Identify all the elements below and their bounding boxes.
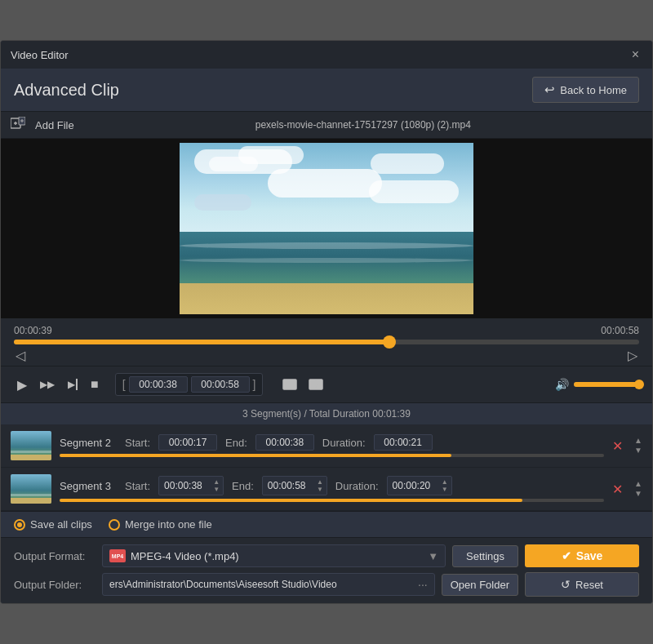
seek-marker-left-icon: ◁ bbox=[16, 349, 25, 362]
output-format-row: Output Format: MP4 MPEG-4 Video (*.mp4) … bbox=[14, 544, 639, 567]
output-folder-row: Output Folder: ers\Administrator\Documen… bbox=[14, 572, 639, 597]
seek-time-end: 00:00:58 bbox=[601, 325, 639, 336]
segment-end-spin[interactable]: 00:00:58 ▲▼ bbox=[262, 476, 327, 495]
segment-sort-up-button[interactable]: ▲ bbox=[634, 437, 642, 445]
segment-sort-buttons: ▲ ▼ bbox=[634, 437, 642, 455]
file-name: pexels-movie-channet-17517297 (1080p) (2… bbox=[84, 119, 642, 131]
start-spin-arrows: ▲▼ bbox=[211, 478, 221, 493]
save-all-clips-option[interactable]: Save all clips bbox=[14, 518, 92, 531]
video-preview bbox=[180, 143, 473, 314]
segment-row2 bbox=[60, 499, 604, 502]
cloud-7 bbox=[194, 194, 251, 211]
segment-item: Segment 3 Start: 00:00:38 ▲▼ End: 00:00:… bbox=[1, 468, 652, 511]
segment-content: Segment 2 Start: 00:00:17 End: 00:00:38 … bbox=[60, 434, 604, 457]
merge-into-one-radio[interactable] bbox=[109, 519, 120, 531]
clip-icon-button[interactable] bbox=[279, 375, 300, 393]
segment-end-value: 00:00:38 bbox=[255, 434, 314, 451]
segments-info-text: 3 Segment(s) / Total Duration 00:01:39 bbox=[242, 408, 411, 420]
folder-path-display: ers\Administrator\Documents\Aiseesoft St… bbox=[102, 573, 435, 596]
volume-track[interactable] bbox=[574, 382, 639, 387]
time-range-group: [ ] bbox=[115, 373, 264, 396]
sand-layer bbox=[180, 283, 473, 314]
volume-fill bbox=[574, 382, 639, 387]
volume-thumb[interactable] bbox=[634, 380, 644, 389]
bracket-left: [ bbox=[122, 378, 126, 391]
format-select[interactable]: MP4 MPEG-4 Video (*.mp4) ▼ bbox=[102, 544, 446, 567]
header: Advanced Clip ↩ Back to Home bbox=[1, 69, 652, 111]
duration-spin-arrows: ▲▼ bbox=[440, 478, 450, 493]
seek-marker-right-icon: ▷ bbox=[628, 349, 637, 362]
segment-end-label: End: bbox=[232, 480, 254, 492]
play-button[interactable]: ▶ bbox=[14, 374, 30, 396]
right-actions: ✔ Save bbox=[525, 544, 639, 567]
seek-bar-area: 00:00:39 00:00:58 ◁ ▷ bbox=[1, 318, 652, 366]
segment-progress bbox=[60, 454, 604, 457]
step-forward-button[interactable]: ▶ bbox=[64, 375, 81, 393]
save-check-icon: ✔ bbox=[562, 549, 571, 562]
save-all-clips-radio[interactable] bbox=[14, 519, 25, 531]
reset-button[interactable]: ↺ Reset bbox=[525, 572, 639, 597]
range-end-input[interactable] bbox=[191, 376, 250, 393]
bracket-right: ] bbox=[253, 378, 256, 391]
cut-icon-button[interactable] bbox=[305, 375, 326, 393]
toolbar: Add File pexels-movie-channet-17517297 (… bbox=[1, 111, 652, 139]
page-title: Advanced Clip bbox=[14, 81, 119, 100]
segment-duration-spin[interactable]: 00:00:20 ▲▼ bbox=[387, 476, 452, 495]
seek-time-row: 00:00:39 00:00:58 bbox=[14, 325, 639, 336]
seek-bar-fill bbox=[14, 340, 389, 344]
cloud-5 bbox=[268, 169, 382, 198]
segment-end-label: End: bbox=[225, 437, 247, 449]
seek-bar-thumb[interactable] bbox=[383, 335, 396, 349]
segment-delete-button[interactable]: ✕ bbox=[612, 438, 623, 454]
segment-row1: Segment 3 Start: 00:00:38 ▲▼ End: 00:00:… bbox=[60, 476, 604, 495]
segment-sort-up-button[interactable]: ▲ bbox=[634, 480, 642, 488]
bottom-bar: Output Format: MP4 MPEG-4 Video (*.mp4) … bbox=[1, 537, 652, 603]
back-icon: ↩ bbox=[544, 82, 555, 97]
play-icon: ▶ bbox=[17, 377, 27, 393]
segment-start-label: Start: bbox=[125, 480, 150, 492]
range-start-input[interactable] bbox=[129, 376, 188, 393]
save-options: Save all clips Merge into one file bbox=[1, 511, 652, 537]
segment-label: Segment 3 bbox=[60, 480, 117, 492]
close-button[interactable]: × bbox=[629, 47, 642, 62]
thumb-wave bbox=[11, 494, 51, 496]
seek-bar-track[interactable] bbox=[14, 340, 639, 344]
segment-thumbnail bbox=[11, 431, 51, 460]
stop-button[interactable]: ■ bbox=[87, 374, 102, 395]
fast-forward-button[interactable]: ▶▶ bbox=[37, 375, 58, 393]
segment-item: Segment 2 Start: 00:00:17 End: 00:00:38 … bbox=[1, 424, 652, 468]
segment-sort-down-button[interactable]: ▼ bbox=[634, 446, 642, 455]
reset-label: Reset bbox=[575, 579, 603, 591]
folder-path-text: ers\Administrator\Documents\Aiseesoft St… bbox=[109, 579, 415, 590]
add-file-label[interactable]: Add File bbox=[35, 119, 74, 131]
stop-icon: ■ bbox=[91, 377, 99, 392]
format-label: Output Format: bbox=[14, 550, 96, 562]
open-folder-button[interactable]: Open Folder bbox=[442, 574, 518, 596]
segment-row2 bbox=[60, 454, 604, 457]
back-to-home-button[interactable]: ↩ Back to Home bbox=[532, 77, 639, 103]
thumb-sand bbox=[11, 498, 51, 504]
segment-row1: Segment 2 Start: 00:00:17 End: 00:00:38 … bbox=[60, 434, 604, 451]
segment-progress-fill bbox=[60, 454, 451, 457]
save-label: Save bbox=[576, 549, 603, 562]
reset-icon: ↺ bbox=[561, 578, 571, 591]
volume-icon: 🔊 bbox=[555, 378, 569, 391]
settings-button[interactable]: Settings bbox=[452, 545, 518, 567]
save-button[interactable]: ✔ Save bbox=[525, 544, 639, 567]
segment-thumbnail bbox=[11, 474, 51, 504]
merge-into-one-option[interactable]: Merge into one file bbox=[109, 518, 212, 531]
segments-list: Segment 2 Start: 00:00:17 End: 00:00:38 … bbox=[1, 424, 652, 511]
segment-delete-button[interactable]: ✕ bbox=[612, 482, 623, 497]
video-editor-window: Video Editor × Advanced Clip ↩ Back to H… bbox=[0, 40, 653, 604]
segment-sort-down-button[interactable]: ▼ bbox=[634, 490, 642, 498]
segment-progress bbox=[60, 499, 604, 502]
svg-rect-2 bbox=[283, 380, 296, 389]
end-spin-arrows: ▲▼ bbox=[315, 478, 325, 493]
video-preview-area bbox=[1, 139, 652, 318]
back-to-home-label: Back to Home bbox=[560, 84, 627, 96]
cloud-3 bbox=[209, 157, 258, 171]
format-icon: MP4 bbox=[109, 549, 126, 562]
folder-path-dots[interactable]: ··· bbox=[418, 578, 428, 591]
segment-start-spin[interactable]: 00:00:38 ▲▼ bbox=[158, 476, 224, 495]
folder-label: Output Folder: bbox=[14, 579, 96, 591]
